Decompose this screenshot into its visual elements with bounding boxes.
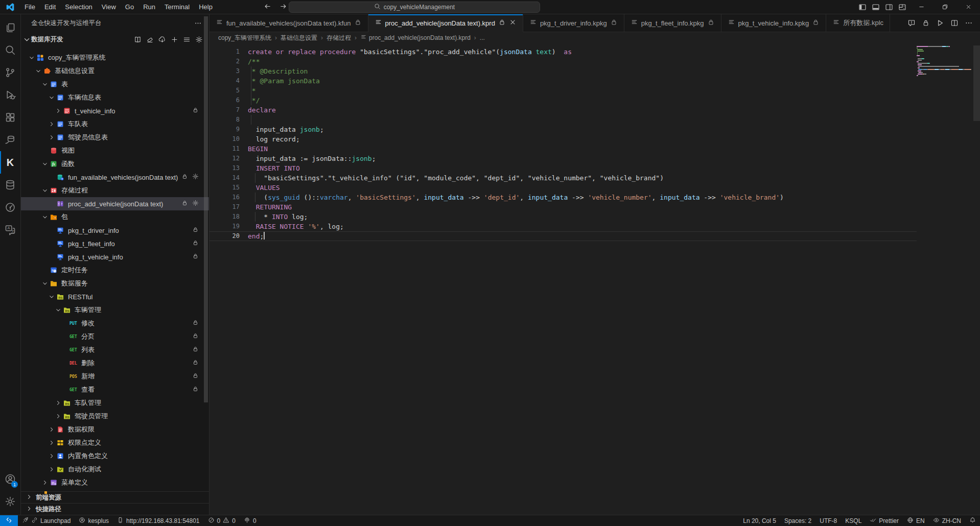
status-formatter[interactable]: Prettier xyxy=(866,515,903,526)
tab[interactable]: pkg_t_vehicle_info.kpkg xyxy=(721,14,827,32)
activity-settings[interactable] xyxy=(0,490,20,513)
sidebar-panel-前端资源[interactable]: 前端资源 xyxy=(21,491,209,503)
status-ports[interactable]: 0 xyxy=(240,515,261,526)
breadcrumb-item[interactable]: 基础信息设置 xyxy=(281,34,317,42)
tree-item[interactable]: RS车辆管理 xyxy=(21,303,209,317)
tree-item[interactable]: pkg_t_vehicle_info xyxy=(21,250,209,264)
panel-left-icon[interactable] xyxy=(858,3,867,11)
chevron-down-icon[interactable] xyxy=(49,294,56,300)
gear-icon[interactable] xyxy=(192,200,199,208)
report-icon[interactable] xyxy=(907,19,916,27)
minimap[interactable] xyxy=(917,46,973,77)
tree-item[interactable]: fx函数 xyxy=(21,157,209,171)
breadcrumb-item[interactable]: 存储过程 xyxy=(326,34,351,42)
chevron-down-icon[interactable] xyxy=(42,280,50,286)
tree-item[interactable]: 视图 xyxy=(21,144,209,157)
activity-explorer[interactable] xyxy=(0,16,20,39)
tree-item[interactable]: 存储过程 xyxy=(21,184,209,197)
tree-item[interactable]: 基础信息设置 xyxy=(21,64,209,78)
tree-item[interactable]: copy_车辆管理系统 xyxy=(21,51,209,64)
chevron-down-icon[interactable] xyxy=(49,94,56,101)
activity-accounts[interactable]: 1 xyxy=(0,468,20,490)
tree-item[interactable]: PUT修改 xyxy=(21,317,209,330)
search-input[interactable]: copy_vehicleManagement xyxy=(289,2,540,13)
chevron-right-icon[interactable] xyxy=(55,108,63,114)
forward-arrow-icon[interactable] xyxy=(279,3,287,12)
tab[interactable]: pkg_t_fleet_info.kpkg xyxy=(624,14,721,32)
sidebar-panel-快捷路径[interactable]: 快捷路径 xyxy=(21,503,209,515)
activity-database[interactable] xyxy=(0,174,20,196)
tree-item[interactable]: 表 xyxy=(21,78,209,91)
section-database-dev[interactable]: 数据库开发 xyxy=(21,32,209,47)
breadcrumb-item[interactable]: copy_车辆管理系统 xyxy=(218,34,271,42)
status-encoding[interactable]: UTF-8 xyxy=(815,515,841,526)
tree-item[interactable]: RSRESTful xyxy=(21,290,209,303)
activity-run-debug[interactable] xyxy=(0,84,20,106)
more-icon[interactable] xyxy=(194,19,202,27)
chevron-down-icon[interactable] xyxy=(55,307,63,313)
chevron-right-icon[interactable] xyxy=(49,466,56,472)
tree-item[interactable]: t_vehicle_info xyxy=(21,104,209,117)
eraser-icon[interactable] xyxy=(146,36,154,43)
cloud-download-icon[interactable] xyxy=(158,36,166,43)
chevron-right-icon[interactable] xyxy=(49,453,56,459)
plus-icon[interactable] xyxy=(171,36,178,43)
chevron-right-icon[interactable] xyxy=(49,440,56,446)
tree-item[interactable]: 数据权限 xyxy=(21,423,209,436)
chevron-down-icon[interactable] xyxy=(42,187,50,194)
chevron-right-icon[interactable] xyxy=(55,400,63,406)
menu-help[interactable]: Help xyxy=(194,3,217,11)
back-arrow-icon[interactable] xyxy=(264,3,271,12)
status-problems[interactable]: 00 xyxy=(204,515,240,526)
tree-item[interactable]: pkg_t_fleet_info xyxy=(21,237,209,250)
tree-item[interactable]: 自动化测试 xyxy=(21,463,209,476)
tree-item[interactable]: RS驾驶员管理 xyxy=(21,410,209,423)
menu-selection[interactable]: Selection xyxy=(60,3,97,11)
chevron-down-icon[interactable] xyxy=(42,214,50,220)
status-indentation[interactable]: Spaces: 2 xyxy=(780,515,815,526)
chevron-down-icon[interactable] xyxy=(42,81,50,87)
tree-item[interactable]: 车队表 xyxy=(21,117,209,131)
more-icon[interactable] xyxy=(965,19,973,27)
close-icon[interactable] xyxy=(956,0,980,14)
tab[interactable]: 所有数据.kplc xyxy=(826,14,890,32)
chevron-down-icon[interactable] xyxy=(42,161,50,167)
tree-item[interactable]: DEL删除 xyxy=(21,356,209,370)
status-language-mode[interactable]: KSQL xyxy=(841,515,866,526)
status-server-url[interactable]: http://192.168.43.81:54801 xyxy=(113,515,203,526)
gear-icon[interactable] xyxy=(192,173,199,181)
tree-item[interactable]: GET分页 xyxy=(21,330,209,343)
chevron-right-icon[interactable] xyxy=(49,134,56,140)
tree-item[interactable]: 定时任务 xyxy=(21,264,209,277)
restore-icon[interactable] xyxy=(933,0,956,14)
tab[interactable]: pkg_t_driver_info.kpkg xyxy=(523,14,624,32)
menu-go[interactable]: Go xyxy=(121,3,138,11)
tree-item[interactable]: 内置角色定义 xyxy=(21,449,209,463)
list-icon[interactable] xyxy=(183,36,191,43)
chevron-down-icon[interactable] xyxy=(29,55,36,61)
chevron-right-icon[interactable] xyxy=(49,121,56,127)
chevron-down-icon[interactable] xyxy=(35,68,43,74)
tree-item[interactable]: proc_add_vehicle(jsonData text) xyxy=(21,197,209,210)
tree-item[interactable]: 数据服务 xyxy=(21,277,209,290)
menu-view[interactable]: View xyxy=(97,3,121,11)
status-account[interactable]: kesplus xyxy=(75,515,113,526)
chevron-right-icon[interactable] xyxy=(55,413,63,419)
activity-mysql[interactable] xyxy=(0,129,20,151)
tree-item[interactable]: 包 xyxy=(21,210,209,224)
activity-translate[interactable]: A文 xyxy=(0,219,20,241)
tab[interactable]: fun_available_vehicles(jsonData text).kf… xyxy=(209,14,368,32)
minimize-icon[interactable] xyxy=(909,0,933,14)
menu-terminal[interactable]: Terminal xyxy=(160,3,194,11)
book-icon[interactable] xyxy=(134,36,142,43)
status-display-language[interactable]: EN xyxy=(903,515,929,526)
tree-item[interactable]: fun_available_vehicles(jsonData text) xyxy=(21,171,209,184)
tree-item[interactable]: GET查看 xyxy=(21,383,209,396)
menu-file[interactable]: File xyxy=(20,3,40,11)
status-remote[interactable] xyxy=(0,515,18,526)
status-cursor-position[interactable]: Ln 20, Col 5 xyxy=(739,515,780,526)
activity-kingbase[interactable]: K xyxy=(0,151,20,174)
tree-item[interactable]: 权限点定义 xyxy=(21,436,209,449)
activity-extensions[interactable] xyxy=(0,106,20,129)
panel-bottom-icon[interactable] xyxy=(872,3,880,11)
